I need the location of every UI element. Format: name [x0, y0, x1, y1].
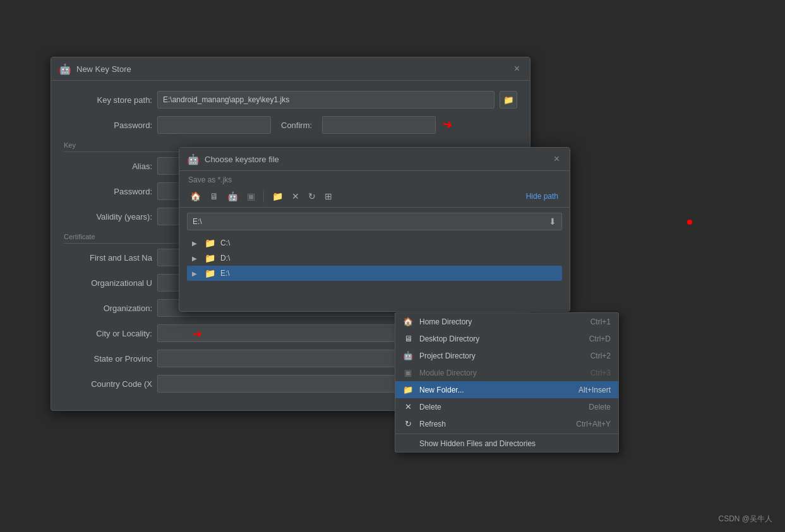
project-menu-icon: 🤖: [403, 351, 413, 360]
keystore-title-bar: 🤖 New Key Store ×: [51, 57, 530, 81]
menu-item-show-hidden[interactable]: Show Hidden Files and Directories: [395, 435, 618, 452]
desktop-directory-button[interactable]: 🖥: [207, 189, 222, 203]
file-name-d: D:\: [220, 254, 230, 263]
watermark-text: CSDN @吴牛人: [718, 514, 772, 524]
choosefile-close-button[interactable]: ×: [551, 153, 562, 165]
menu-shortcut-delete: Delete: [589, 403, 611, 411]
menu-label-project: Project Directory: [419, 352, 584, 360]
city-label: City or Locality:: [64, 329, 152, 338]
file-list: ▶ 📁 C:\ ▶ 📁 D:\ ▶ 📁 E:\: [187, 235, 562, 311]
save-as-label: Save as *.jks: [179, 171, 570, 186]
android-icon-keystore: 🤖: [59, 63, 71, 75]
keystore-close-button[interactable]: ×: [512, 62, 522, 75]
confirm-input[interactable]: [322, 116, 436, 134]
refresh-menu-icon: ↻: [403, 419, 413, 429]
confirm-label: Confirm:: [281, 121, 312, 130]
current-path-text: E:\: [193, 217, 549, 226]
password-label: Password:: [64, 121, 152, 130]
menu-shortcut-refresh: Ctrl+Alt+Y: [576, 420, 611, 429]
save-as-text: Save as *.jks: [188, 175, 232, 184]
menu-label-desktop: Desktop Directory: [419, 334, 583, 343]
red-dot-indicator: [687, 220, 692, 225]
keystore-path-field-container: 📁: [157, 91, 517, 109]
org-label: Organization:: [64, 304, 152, 313]
toolbar-separator-1: [263, 190, 264, 203]
expand-arrow-d: ▶: [192, 255, 200, 262]
choosefile-toolbar: 🏠 🖥 🤖 ▣ 📁 ✕ ↻ ⊞ Hide path: [179, 186, 570, 208]
menu-shortcut-home: Ctrl+1: [590, 317, 611, 326]
delete-toolbar-button[interactable]: ✕: [289, 189, 303, 203]
menu-shortcut-project: Ctrl+2: [590, 352, 611, 360]
home-menu-icon: 🏠: [403, 317, 413, 326]
file-name-c: C:\: [220, 239, 230, 247]
menu-shortcut-desktop: Ctrl+D: [589, 334, 611, 343]
folder-icon-d: 📁: [205, 253, 215, 263]
keystore-path-label: Key store path:: [64, 95, 152, 105]
menu-shortcut-module: Ctrl+3: [590, 369, 611, 377]
hide-path-button[interactable]: Hide path: [522, 191, 562, 202]
alias-label: Alias:: [64, 162, 152, 171]
menu-label-new-folder: New Folder...: [419, 386, 572, 394]
choosefile-dialog-title: Choose keystore file: [205, 155, 546, 164]
first-last-label: First and Last Na: [64, 253, 152, 263]
menu-item-project[interactable]: 🤖 Project Directory Ctrl+2: [395, 347, 618, 364]
menu-item-home[interactable]: 🏠 Home Directory Ctrl+1: [395, 313, 618, 330]
home-directory-button[interactable]: 🏠: [187, 189, 204, 203]
menu-label-refresh: Refresh: [419, 420, 570, 429]
file-item-e[interactable]: ▶ 📁 E:\: [187, 266, 562, 281]
expand-arrow-c: ▶: [192, 240, 200, 247]
menu-separator: [395, 434, 618, 434]
keystore-folder-browse-button[interactable]: 📁: [500, 91, 517, 109]
module-menu-icon: ▣: [403, 368, 413, 377]
new-folder-toolbar-button[interactable]: 📁: [269, 189, 286, 203]
android-icon-choosefile: 🤖: [187, 153, 200, 165]
folder-icon-e: 📁: [205, 268, 215, 278]
menu-label-delete: Delete: [419, 403, 582, 411]
validity-label: Validity (years):: [64, 212, 152, 222]
new-folder-menu-icon: 📁: [403, 385, 413, 394]
refresh-toolbar-button[interactable]: ↻: [305, 189, 319, 203]
menu-item-refresh[interactable]: ↻ Refresh Ctrl+Alt+Y: [395, 415, 618, 432]
menu-item-module: ▣ Module Directory Ctrl+3: [395, 364, 618, 381]
country-label: Country Code (X: [64, 379, 152, 389]
project-directory-button[interactable]: 🤖: [224, 189, 241, 203]
menu-item-desktop[interactable]: 🖥 Desktop Directory Ctrl+D: [395, 330, 618, 347]
expand-arrow-e: ▶: [192, 270, 200, 277]
choosefile-dialog: 🤖 Choose keystore file × Save as *.jks 🏠…: [179, 147, 570, 312]
password-input[interactable]: [157, 116, 271, 134]
desktop-menu-icon: 🖥: [403, 334, 413, 343]
copy-toolbar-button[interactable]: ⊞: [321, 189, 335, 203]
delete-menu-icon: ✕: [403, 402, 413, 411]
file-item-c[interactable]: ▶ 📁 C:\: [187, 235, 562, 251]
key-password-label: Password:: [64, 187, 152, 196]
path-download-icon[interactable]: ⬇: [549, 216, 556, 227]
menu-label-module: Module Directory: [419, 369, 584, 377]
menu-shortcut-new-folder: Alt+Insert: [578, 386, 611, 394]
keystore-path-row: Key store path: 📁: [64, 91, 517, 109]
folder-icon-c: 📁: [205, 238, 215, 248]
state-label: State or Provinc: [64, 354, 152, 364]
file-name-e: E:\: [220, 269, 230, 278]
keystore-path-input[interactable]: [157, 91, 494, 109]
choosefile-title-bar: 🤖 Choose keystore file ×: [179, 148, 570, 171]
file-item-d[interactable]: ▶ 📁 D:\: [187, 251, 562, 266]
org-unit-label: Organizational U: [64, 278, 152, 288]
context-menu: 🏠 Home Directory Ctrl+1 🖥 Desktop Direct…: [395, 312, 619, 452]
path-bar: E:\ ⬇: [187, 213, 562, 230]
password-row: Password: Confirm:: [64, 116, 517, 134]
menu-label-show-hidden: Show Hidden Files and Directories: [419, 439, 611, 448]
keystore-dialog-title: New Key Store: [76, 64, 506, 74]
menu-item-new-folder[interactable]: 📁 New Folder... Alt+Insert: [395, 381, 618, 398]
menu-label-home: Home Directory: [419, 317, 584, 326]
menu-item-delete[interactable]: ✕ Delete Delete: [395, 398, 618, 415]
module-directory-button[interactable]: ▣: [244, 189, 258, 203]
